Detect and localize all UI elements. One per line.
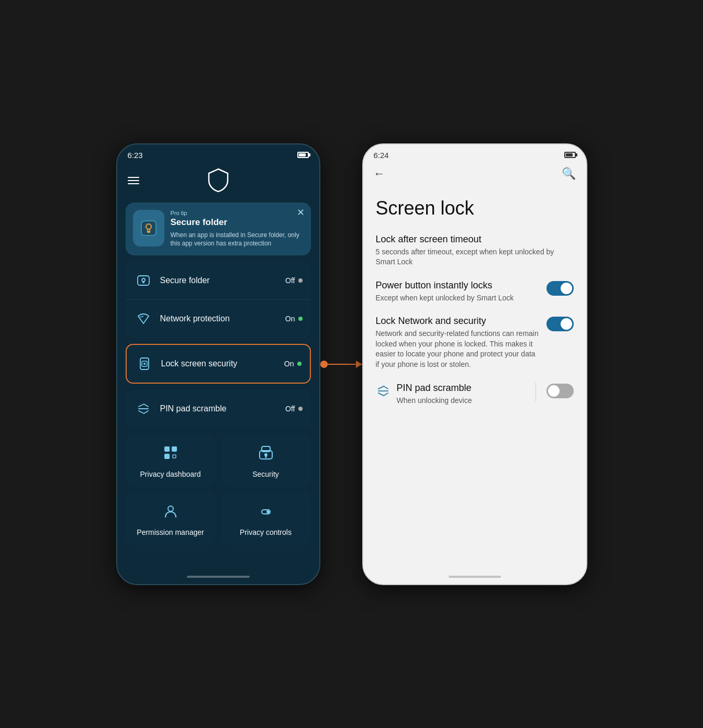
right-battery-icon: .phone-right .battery-icon::after { back… bbox=[564, 152, 576, 158]
left-top-bar bbox=[117, 163, 319, 203]
lock-screen-security-dot bbox=[297, 362, 302, 366]
svg-rect-0 bbox=[141, 221, 156, 236]
pin-pad-toggle[interactable] bbox=[546, 384, 574, 398]
setting-pin-pad-title: PIN pad scramble bbox=[397, 383, 525, 394]
promo-text: Pro tip Secure folder When an app is ins… bbox=[171, 210, 304, 249]
left-time: 6:23 bbox=[128, 151, 143, 160]
privacy-controls-label: Privacy controls bbox=[240, 528, 292, 536]
left-phone: 6:23 bbox=[116, 143, 320, 585]
privacy-dashboard-label: Privacy dashboard bbox=[140, 470, 201, 478]
svg-point-22 bbox=[266, 510, 270, 513]
arrow-connector bbox=[320, 143, 362, 585]
setting-lock-network-text: Lock Network and security Network and se… bbox=[376, 316, 540, 369]
arrow-head bbox=[356, 361, 362, 368]
promo-label: Pro tip bbox=[171, 210, 304, 216]
right-status-bar: 6:24 .phone-right .battery-icon::after {… bbox=[363, 144, 586, 163]
setting-power-button-title: Power button instantly locks bbox=[376, 280, 540, 291]
setting-lock-after-timeout-text: Lock after screen timeout 5 seconds afte… bbox=[376, 234, 574, 267]
setting-pin-pad-text: PIN pad scramble When unlocking device bbox=[397, 383, 525, 406]
divider bbox=[535, 383, 536, 401]
bottom-grid: Privacy dashboard Security bbox=[126, 434, 311, 545]
search-button[interactable]: 🔍 bbox=[562, 167, 576, 181]
svg-rect-14 bbox=[164, 454, 170, 459]
svg-rect-15 bbox=[173, 455, 176, 458]
network-protection-label: Network protection bbox=[160, 314, 285, 323]
setting-pin-pad-scramble: PIN pad scramble When unlocking device bbox=[376, 383, 574, 406]
left-home-bar bbox=[187, 576, 250, 578]
promo-icon bbox=[133, 210, 164, 247]
network-protection-dot bbox=[298, 317, 303, 321]
setting-lock-network-title: Lock Network and security bbox=[376, 316, 540, 327]
menu-item-pin-pad-scramble[interactable]: PIN pad scramble Off bbox=[126, 390, 311, 428]
grid-item-privacy-controls[interactable]: Privacy controls bbox=[221, 492, 311, 545]
lock-screen-security-icon bbox=[135, 354, 154, 373]
lock-screen-security-status: On bbox=[284, 360, 302, 368]
svg-point-20 bbox=[168, 506, 173, 511]
right-time: 6:24 bbox=[374, 151, 389, 160]
pin-section: PIN pad scramble Off bbox=[126, 390, 311, 428]
shield-logo-icon bbox=[206, 167, 231, 194]
promo-close-button[interactable]: ✕ bbox=[297, 208, 305, 217]
promo-card: Pro tip Secure folder When an app is ins… bbox=[126, 203, 311, 256]
security-icon bbox=[258, 444, 274, 465]
pin-pad-scramble-status: Off bbox=[285, 405, 302, 413]
svg-rect-7 bbox=[142, 281, 144, 283]
setting-lock-after-timeout[interactable]: Lock after screen timeout 5 seconds afte… bbox=[376, 234, 574, 267]
right-content: Screen lock Lock after screen timeout 5 … bbox=[363, 185, 586, 569]
pin-pad-scramble-label: PIN pad scramble bbox=[160, 404, 286, 413]
left-status-bar: 6:23 bbox=[117, 144, 319, 163]
pin-pad-scramble-right-icon bbox=[376, 384, 390, 401]
privacy-dashboard-icon bbox=[162, 444, 179, 465]
lock-network-toggle[interactable] bbox=[546, 317, 574, 331]
right-home-bar bbox=[449, 576, 501, 578]
secure-folder-icon bbox=[134, 271, 153, 290]
permission-manager-icon bbox=[162, 502, 179, 523]
network-protection-status: On bbox=[285, 315, 303, 323]
setting-lock-network-desc: Network and security-related functions c… bbox=[376, 329, 540, 369]
setting-power-button-locks: Power button instantly locks Except when… bbox=[376, 280, 574, 304]
svg-rect-5 bbox=[138, 276, 149, 285]
menu-item-lock-screen-security[interactable]: Lock screen security On bbox=[126, 344, 311, 384]
secure-folder-status: Off bbox=[285, 276, 302, 285]
secure-folder-label: Secure folder bbox=[160, 276, 286, 285]
security-label: Security bbox=[252, 470, 279, 478]
permission-manager-label: Permission manager bbox=[137, 528, 204, 536]
secure-folder-dot bbox=[298, 278, 303, 283]
svg-rect-13 bbox=[172, 446, 177, 452]
grid-item-privacy-dashboard[interactable]: Privacy dashboard bbox=[126, 434, 216, 487]
svg-rect-4 bbox=[148, 230, 150, 231]
page-title: Screen lock bbox=[376, 197, 574, 219]
right-top-bar: ← 🔍 bbox=[363, 163, 586, 185]
setting-lock-after-timeout-desc: 5 seconds after timeout, except when kep… bbox=[376, 247, 574, 267]
promo-description: When an app is installed in Secure folde… bbox=[171, 231, 304, 249]
pin-pad-scramble-dot bbox=[298, 407, 303, 411]
pin-pad-scramble-icon bbox=[134, 399, 153, 418]
menu-item-secure-folder[interactable]: Secure folder Off bbox=[126, 262, 311, 300]
grid-item-permission-manager[interactable]: Permission manager bbox=[126, 492, 216, 545]
network-protection-icon bbox=[134, 309, 153, 328]
grid-item-security[interactable]: Security bbox=[221, 434, 311, 487]
setting-lock-network-security: Lock Network and security Network and se… bbox=[376, 316, 574, 369]
svg-rect-12 bbox=[164, 446, 170, 452]
power-button-toggle[interactable] bbox=[546, 281, 574, 296]
setting-power-button-desc: Except when kept unlocked by Smart Lock bbox=[376, 293, 540, 304]
setting-lock-after-timeout-title: Lock after screen timeout bbox=[376, 234, 574, 245]
privacy-controls-icon bbox=[258, 502, 274, 523]
menu-section: Secure folder Off Network protection On bbox=[126, 262, 311, 338]
right-phone: 6:24 .phone-right .battery-icon::after {… bbox=[362, 143, 587, 585]
menu-item-network-protection[interactable]: Network protection On bbox=[126, 300, 311, 338]
right-home-indicator bbox=[363, 569, 586, 584]
lock-screen-security-label: Lock screen security bbox=[161, 359, 284, 368]
setting-power-button-text: Power button instantly locks Except when… bbox=[376, 280, 540, 304]
back-button[interactable]: ← bbox=[374, 167, 385, 181]
svg-rect-19 bbox=[265, 456, 266, 458]
left-battery-icon bbox=[297, 152, 309, 158]
left-home-indicator bbox=[117, 569, 319, 584]
promo-title: Secure folder bbox=[171, 217, 304, 228]
menu-button[interactable] bbox=[128, 177, 139, 184]
setting-pin-pad-desc: When unlocking device bbox=[397, 396, 525, 406]
svg-point-10 bbox=[143, 363, 146, 365]
